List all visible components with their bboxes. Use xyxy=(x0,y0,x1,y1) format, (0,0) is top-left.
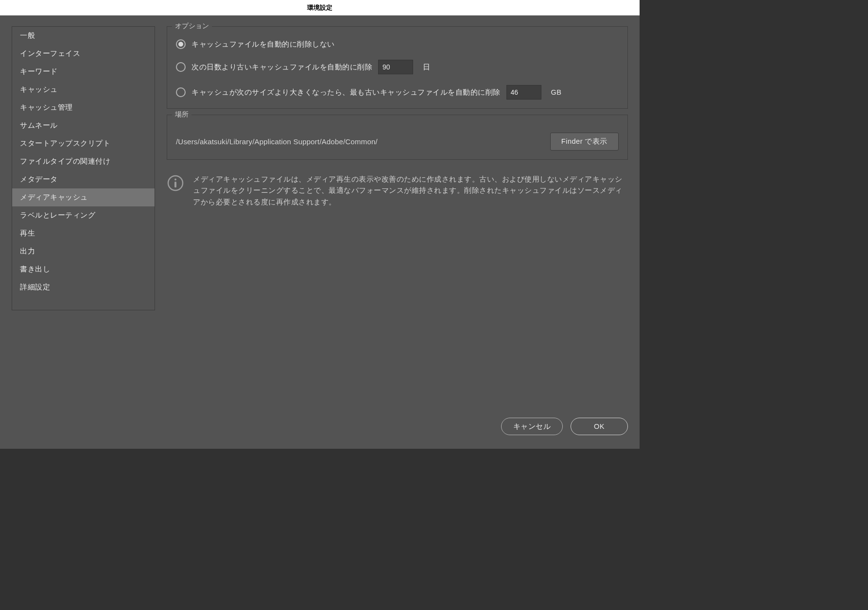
radio-row-delete-days[interactable]: 次の日数より古いキャッシュファイルを自動的に削除 日 xyxy=(176,60,619,74)
ok-button[interactable]: OK xyxy=(571,418,628,435)
location-row: /Users/akatsuki/Library/Application Supp… xyxy=(176,128,619,151)
sidebar: 一般 インターフェイス キーワード キャッシュ キャッシュ管理 サムネール スタ… xyxy=(12,26,155,310)
sidebar-item-label: インターフェイス xyxy=(20,50,80,57)
svg-rect-2 xyxy=(174,182,176,187)
sidebar-item-label: スタートアップスクリプト xyxy=(20,139,110,147)
radio-label: 次の日数より古いキャッシュファイルを自動的に削除 xyxy=(191,63,372,72)
sidebar-item-label: メディアキャッシュ xyxy=(20,193,88,201)
info-text: メディアキャッシュファイルは、メディア再生の表示や改善のために作成されます。古い… xyxy=(193,173,628,207)
radio-delete-days[interactable] xyxy=(176,62,186,72)
info-icon xyxy=(167,174,184,192)
options-fieldset: オプション キャッシュファイルを自動的に削除しない 次の日数より古いキャッシュフ… xyxy=(167,26,628,109)
window-titlebar: 環境設定 xyxy=(0,0,640,16)
window-title: 環境設定 xyxy=(307,3,332,12)
size-unit: GB xyxy=(551,88,562,96)
radio-no-delete[interactable] xyxy=(176,39,186,49)
sidebar-item-label: 書き出し xyxy=(20,265,50,273)
location-fieldset: 場所 /Users/akatsuki/Library/Application S… xyxy=(167,115,628,160)
sidebar-item-cache[interactable]: キャッシュ xyxy=(12,81,155,99)
sidebar-item-cache-management[interactable]: キャッシュ管理 xyxy=(12,99,155,117)
sidebar-item-label: 出力 xyxy=(20,247,35,255)
days-unit: 日 xyxy=(423,63,431,72)
sidebar-item-label: キーワード xyxy=(20,68,58,75)
svg-point-1 xyxy=(174,179,176,181)
radio-row-delete-size[interactable]: キャッシュが次のサイズより大きくなったら、最も古いキャッシュファイルを自動的に削… xyxy=(176,85,619,100)
dialog-footer: キャンセル OK xyxy=(0,410,640,449)
sidebar-item-metadata[interactable]: メタデータ xyxy=(12,170,155,188)
cache-path: /Users/akatsuki/Library/Application Supp… xyxy=(176,137,378,146)
sidebar-item-label: サムネール xyxy=(20,121,58,129)
sidebar-item-label: 再生 xyxy=(20,229,35,237)
sidebar-item-playback[interactable]: 再生 xyxy=(12,224,155,242)
sidebar-item-startup-scripts[interactable]: スタートアップスクリプト xyxy=(12,135,155,152)
sidebar-item-label: 詳細設定 xyxy=(20,283,50,291)
sidebar-item-output[interactable]: 出力 xyxy=(12,242,155,260)
sidebar-item-label: ラベルとレーティング xyxy=(20,211,95,219)
main-panel: オプション キャッシュファイルを自動的に削除しない 次の日数より古いキャッシュフ… xyxy=(167,26,628,404)
sidebar-item-label: ファイルタイプの関連付け xyxy=(20,157,110,165)
cancel-button[interactable]: キャンセル xyxy=(501,418,563,435)
sidebar-item-advanced[interactable]: 詳細設定 xyxy=(12,278,155,296)
sidebar-item-export[interactable]: 書き出し xyxy=(12,260,155,278)
reveal-in-finder-button[interactable]: Finder で表示 xyxy=(550,133,619,151)
size-input[interactable] xyxy=(506,85,541,100)
sidebar-item-label: キャッシュ xyxy=(20,85,58,93)
radio-label: キャッシュが次のサイズより大きくなったら、最も古いキャッシュファイルを自動的に削… xyxy=(191,88,501,97)
sidebar-item-thumbnails[interactable]: サムネール xyxy=(12,117,155,135)
sidebar-item-label: キャッシュ管理 xyxy=(20,103,73,111)
sidebar-item-media-cache[interactable]: メディアキャッシュ xyxy=(12,188,155,206)
sidebar-item-keywords[interactable]: キーワード xyxy=(12,63,155,81)
sidebar-list: 一般 インターフェイス キーワード キャッシュ キャッシュ管理 サムネール スタ… xyxy=(12,27,155,296)
location-legend: 場所 xyxy=(172,110,191,119)
radio-delete-size[interactable] xyxy=(176,87,186,97)
sidebar-item-label: メタデータ xyxy=(20,175,58,183)
options-legend: オプション xyxy=(172,22,212,31)
sidebar-item-interface[interactable]: インターフェイス xyxy=(12,45,155,63)
preferences-window: 環境設定 一般 インターフェイス キーワード キャッシュ キャッシュ管理 サムネ… xyxy=(0,0,640,449)
days-input[interactable] xyxy=(378,60,413,74)
radio-label: キャッシュファイルを自動的に削除しない xyxy=(191,40,335,49)
radio-row-no-delete[interactable]: キャッシュファイルを自動的に削除しない xyxy=(176,39,619,49)
sidebar-item-label: 一般 xyxy=(20,32,35,39)
sidebar-item-labels-ratings[interactable]: ラベルとレーティング xyxy=(12,206,155,224)
sidebar-item-file-type-associations[interactable]: ファイルタイプの関連付け xyxy=(12,152,155,170)
content-area: 一般 インターフェイス キーワード キャッシュ キャッシュ管理 サムネール スタ… xyxy=(0,16,640,410)
info-row: メディアキャッシュファイルは、メディア再生の表示や改善のために作成されます。古い… xyxy=(167,173,628,207)
sidebar-item-general[interactable]: 一般 xyxy=(12,27,155,45)
